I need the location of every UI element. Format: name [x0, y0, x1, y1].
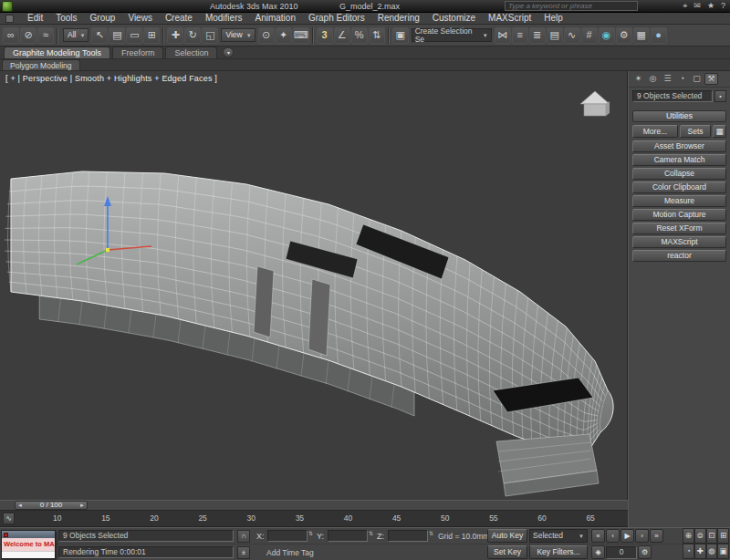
set-key-button[interactable]: Set Key	[487, 545, 527, 559]
y-coordinate-field[interactable]	[328, 530, 368, 542]
pan-icon[interactable]: ✚	[694, 544, 706, 559]
snaps-toggle-icon[interactable]: 3	[317, 27, 333, 44]
menu-item[interactable]: Views	[121, 14, 159, 23]
play-button[interactable]: ▶	[620, 529, 634, 543]
menu-item[interactable]: Help	[537, 14, 569, 23]
selection-lock-icon[interactable]: ∩	[237, 530, 250, 543]
help-icon[interactable]: ?	[721, 2, 725, 10]
edit-named-selection-sets-icon[interactable]: ▣	[392, 27, 409, 44]
menu-item[interactable]: Tools	[49, 14, 83, 23]
maximize-viewport-icon[interactable]: ▣	[717, 544, 729, 559]
zoom-icon[interactable]: ⊕	[683, 528, 694, 544]
angle-snap-icon[interactable]: ∠	[334, 27, 350, 44]
menu-item[interactable]: Modifiers	[199, 14, 249, 23]
utility-button[interactable]: Camera Match	[632, 154, 726, 166]
zoom-extents-all-icon[interactable]: ⊞	[717, 528, 729, 544]
search-icon[interactable]: ⌖	[683, 2, 687, 10]
y-spinner[interactable]: ⇅	[369, 531, 373, 536]
selection-filter-dropdown[interactable]: All ▼	[63, 28, 89, 42]
utility-button[interactable]: reactor	[632, 250, 726, 262]
select-by-name-icon[interactable]: ▤	[109, 27, 125, 44]
panel-options-icon[interactable]: ▪	[714, 90, 726, 102]
track-bar[interactable]: ∿ 101520253035404550556065	[0, 511, 628, 527]
menu-item[interactable]: Rendering	[371, 14, 426, 23]
window-icon[interactable]	[5, 15, 14, 23]
menu-item[interactable]: Graph Editors	[302, 14, 371, 23]
menu-item[interactable]: Group	[84, 14, 122, 23]
utility-button[interactable]: Measure	[632, 195, 726, 207]
layer-manager-icon[interactable]: ≣	[529, 27, 546, 44]
key-mode-dropdown[interactable]: Selected ▼	[529, 529, 588, 543]
utility-button[interactable]: Asset Browser	[632, 140, 726, 152]
more-utilities-button[interactable]: More...	[632, 125, 678, 138]
auto-key-button[interactable]: Auto Key	[487, 529, 527, 543]
ribbon-minimize-icon[interactable]: ▾	[223, 47, 234, 57]
select-object-icon[interactable]: ↖	[91, 27, 108, 44]
z-coordinate-field[interactable]	[388, 530, 428, 542]
select-and-link-icon[interactable]: ∞	[3, 27, 19, 44]
key-mode-toggle-icon[interactable]: ◈	[591, 545, 605, 559]
key-filters-button[interactable]: Key Filters...	[529, 545, 588, 559]
orbit-icon[interactable]: ◍	[706, 544, 718, 559]
selection-region-icon[interactable]: ▭	[126, 27, 142, 44]
viewport-label[interactable]: [ + | Perspective | Smooth + Highlights …	[5, 75, 217, 83]
reference-coordinate-dropdown[interactable]: View ▼	[221, 28, 255, 42]
utility-button[interactable]: Motion Capture	[632, 209, 726, 221]
select-and-move-icon[interactable]: ✚	[167, 27, 183, 44]
create-tab-icon[interactable]: ✶	[631, 73, 645, 85]
infocenter-search-input[interactable]	[505, 1, 638, 11]
go-to-start-button[interactable]: «	[591, 529, 605, 543]
welcome-window-titlebar[interactable]	[2, 531, 55, 538]
bind-to-space-warp-icon[interactable]: ≈	[37, 27, 54, 44]
material-editor-icon[interactable]: ◉	[599, 27, 615, 44]
keyboard-override-icon[interactable]: ⌨	[293, 27, 309, 44]
z-spinner[interactable]: ⇅	[429, 531, 433, 536]
modify-tab-icon[interactable]: ◎	[646, 73, 660, 85]
menu-item[interactable]: Edit	[21, 14, 49, 23]
absolute-offset-toggle-icon[interactable]: ±	[237, 546, 250, 559]
menu-item[interactable]: Create	[159, 14, 199, 23]
ribbon-tab-freeform[interactable]: Freeform	[112, 47, 164, 58]
time-configuration-icon[interactable]: ⚙	[638, 545, 652, 559]
favorites-icon[interactable]: ★	[707, 2, 714, 10]
ribbon-tab-graphite-modeling-tools[interactable]: Graphite Modeling Tools	[4, 47, 110, 58]
spinner-snap-icon[interactable]: ⇅	[369, 27, 385, 44]
graphite-ribbon-toggle-icon[interactable]: ▤	[547, 27, 563, 44]
window-crossing-icon[interactable]: ⊞	[143, 27, 160, 44]
mini-curve-editor-icon[interactable]: ∿	[3, 513, 15, 524]
perspective-viewport[interactable]: [ + | Perspective | Smooth + Highlights …	[0, 71, 628, 500]
select-and-rotate-icon[interactable]: ↻	[184, 27, 201, 44]
zoom-all-icon[interactable]: ⊜	[694, 528, 706, 544]
next-frame-button[interactable]: ›	[635, 529, 649, 543]
hierarchy-tab-icon[interactable]: ☰	[661, 73, 674, 85]
use-pivot-center-icon[interactable]: ⊙	[258, 27, 275, 44]
render-setup-icon[interactable]: ⚙	[616, 27, 632, 44]
rendered-frame-window-icon[interactable]: ▦	[633, 27, 650, 44]
previous-frame-button[interactable]: ‹	[606, 529, 620, 543]
time-slider-handle[interactable]: ◄ 0 / 100 ►	[15, 501, 88, 510]
motion-tab-icon[interactable]: ◔	[675, 73, 689, 85]
next-frame-arrow-icon[interactable]: ►	[79, 503, 85, 508]
menu-item[interactable]: Animation	[248, 14, 301, 23]
configure-button-sets-icon[interactable]: ▦	[713, 125, 726, 138]
unlink-selection-icon[interactable]: ⊘	[20, 27, 36, 44]
time-slider-track[interactable]: ◄ 0 / 100 ►	[0, 500, 628, 511]
select-and-scale-icon[interactable]: ◱	[202, 27, 218, 44]
current-frame-field[interactable]: 0	[606, 546, 637, 559]
utility-button[interactable]: Reset XForm	[632, 223, 726, 234]
welcome-to-max-window[interactable]: Welcome to MAX	[1, 530, 56, 559]
x-coordinate-field[interactable]	[267, 530, 308, 542]
menu-item[interactable]: MAXScript	[482, 14, 537, 23]
percent-snap-icon[interactable]: %	[351, 27, 368, 44]
communication-center-icon[interactable]: ✉	[694, 2, 701, 10]
named-selection-set-combo[interactable]: Create Selection Se ▼	[412, 28, 492, 42]
menu-item[interactable]: Customize	[426, 14, 482, 23]
x-spinner[interactable]: ⇅	[308, 531, 313, 536]
utilities-rollout-header[interactable]: Utilities	[632, 110, 726, 122]
select-and-manipulate-icon[interactable]: ✦	[276, 27, 292, 44]
curve-editor-icon[interactable]: ∿	[564, 27, 580, 44]
go-to-end-button[interactable]: »	[650, 529, 663, 543]
zoom-extents-icon[interactable]: ⊡	[706, 528, 718, 544]
tab-polygon-modeling[interactable]: Polygon Modeling	[2, 59, 80, 71]
viewcube-home-icon[interactable]	[580, 91, 610, 116]
